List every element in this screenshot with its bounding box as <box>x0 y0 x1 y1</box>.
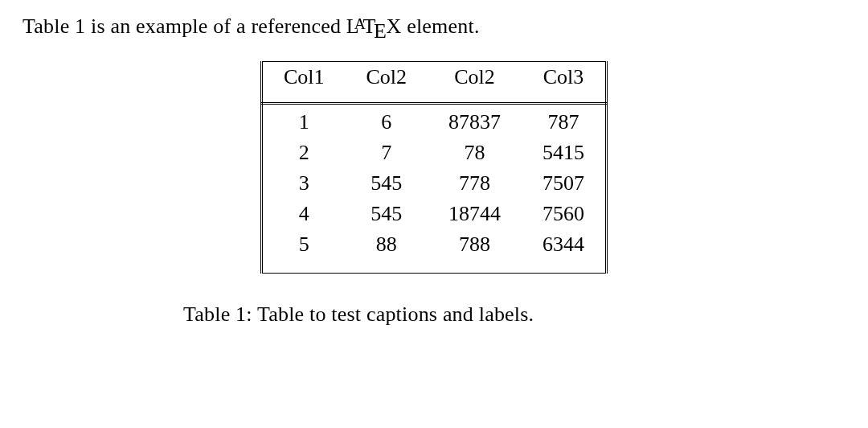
table-cell: 5 <box>261 229 345 260</box>
table-row: 1 6 87837 787 <box>261 107 606 138</box>
table-container: Col1 Col2 Col2 Col3 1 6 87837 787 <box>23 61 845 274</box>
table-cell: 7 <box>346 138 428 168</box>
table-rule <box>261 273 606 274</box>
table-cell: 4 <box>261 199 345 229</box>
table-cell: 6 <box>346 107 428 138</box>
table-header-cell: Col1 <box>261 62 345 93</box>
intro-text-before: Table 1 is an example of a referenced <box>23 14 346 38</box>
table-cell: 787 <box>522 107 607 138</box>
table-cell: 18744 <box>428 199 522 229</box>
table-cell: 7560 <box>522 199 607 229</box>
table-cell: 6344 <box>522 229 607 260</box>
table-cell: 3 <box>261 168 345 199</box>
table-cell: 5415 <box>522 138 607 168</box>
caption-label: Table 1: <box>183 302 252 326</box>
table-cell: 88 <box>346 229 428 260</box>
table-row: 2 7 78 5415 <box>261 138 606 168</box>
data-table: Col1 Col2 Col2 Col3 1 6 87837 787 <box>260 61 608 274</box>
table-header-cell: Col2 <box>346 62 428 93</box>
table-caption: Table 1: Table to test captions and labe… <box>23 302 845 327</box>
table-cell: 545 <box>346 199 428 229</box>
latex-logo: LATEX <box>346 14 402 39</box>
table-row: 3 545 778 7507 <box>261 168 606 199</box>
table-spacer <box>261 260 606 273</box>
intro-paragraph: Table 1 is an example of a referenced LA… <box>23 14 845 39</box>
table-header-cell: Col3 <box>522 62 607 93</box>
table-header-cell: Col2 <box>428 62 522 93</box>
intro-text-after: element. <box>402 14 480 38</box>
table-cell: 2 <box>261 138 345 168</box>
table-cell: 78 <box>428 138 522 168</box>
table-spacer <box>261 93 606 102</box>
table-row: 4 545 18744 7560 <box>261 199 606 229</box>
table-cell: 1 <box>261 107 345 138</box>
table-cell: 87837 <box>428 107 522 138</box>
caption-text: Table to test captions and labels. <box>257 302 534 326</box>
table-cell: 545 <box>346 168 428 199</box>
table-cell: 788 <box>428 229 522 260</box>
table-row: 5 88 788 6344 <box>261 229 606 260</box>
table-header-row: Col1 Col2 Col2 Col3 <box>261 62 606 93</box>
table-cell: 778 <box>428 168 522 199</box>
table-cell: 7507 <box>522 168 607 199</box>
